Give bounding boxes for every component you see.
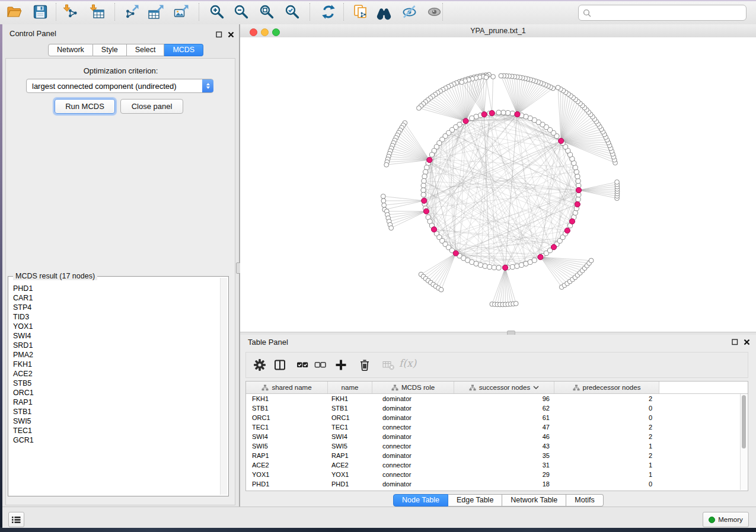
table-row[interactable]: ORC1ORC1dominator610 <box>246 413 748 422</box>
select-all-icon[interactable] <box>296 358 309 371</box>
zoom-fit-icon[interactable] <box>259 4 275 20</box>
mcds-result-item[interactable]: YOX1 <box>9 322 220 331</box>
column-header-shared-name[interactable]: shared name <box>246 382 328 393</box>
refresh-layout-icon[interactable] <box>320 4 337 20</box>
tab-node-table[interactable]: Node Table <box>393 494 448 507</box>
cell-shared_name: ORC1 <box>246 413 328 422</box>
export-image-icon[interactable] <box>173 4 190 20</box>
mcds-result-item[interactable]: SRD1 <box>9 341 220 350</box>
float-panel-icon[interactable] <box>215 31 223 39</box>
task-history-button[interactable] <box>8 512 24 527</box>
add-column-icon[interactable] <box>334 358 347 371</box>
hide-selected-icon[interactable] <box>401 4 418 20</box>
delete-column-icon[interactable] <box>358 358 371 371</box>
function-builder-icon: f(x) <box>399 357 416 369</box>
cell-name: TEC1 <box>328 422 372 432</box>
cell-mcds_role: connector <box>372 470 454 479</box>
import-table-icon[interactable] <box>88 4 105 20</box>
cell-successor_nodes: 96 <box>454 394 554 403</box>
search-input[interactable] <box>591 8 746 18</box>
tab-mcds[interactable]: MCDS <box>164 44 203 56</box>
column-header-predecessor-nodes[interactable]: predecessor nodes <box>554 382 659 393</box>
cell-shared_name: STB1 <box>246 403 328 413</box>
mcds-result-item[interactable]: PMA2 <box>9 350 220 360</box>
mcds-result-item[interactable]: TID3 <box>9 312 220 322</box>
zoom-out-icon[interactable] <box>233 4 250 20</box>
delete-table-icon <box>382 358 395 371</box>
table-scrollbar-thumb[interactable] <box>742 395 746 448</box>
table-row[interactable]: FKH1FKH1dominator962 <box>246 394 748 403</box>
zoom-selected-icon[interactable] <box>284 4 301 20</box>
show-column-icon[interactable] <box>273 358 286 371</box>
import-network-icon[interactable] <box>62 4 78 20</box>
mcds-result-item[interactable]: STB1 <box>9 407 220 416</box>
tab-network[interactable]: Network <box>48 44 93 56</box>
table-row[interactable]: RAP1RAP1dominator352 <box>246 451 748 460</box>
first-neighbors-icon[interactable] <box>376 4 393 20</box>
table-row[interactable]: PHD1PHD1dominator180 <box>246 479 748 489</box>
mcds-result-item[interactable]: CAR1 <box>9 293 220 303</box>
column-header-MCDS-role[interactable]: MCDS role <box>372 382 454 393</box>
float-table-panel-icon[interactable] <box>731 338 739 346</box>
close-panel-icon[interactable] <box>227 31 235 39</box>
mcds-result-item[interactable]: GCR1 <box>9 435 220 445</box>
table-options-icon[interactable] <box>253 358 266 371</box>
network-window-title: YPA_prune.txt_1 <box>240 27 756 35</box>
cell-name: FKH1 <box>328 394 372 403</box>
table-row[interactable]: TEC1TEC1connector472 <box>246 422 748 432</box>
cell-name: SWI4 <box>328 432 372 441</box>
mcds-result-scrollbar[interactable] <box>220 278 227 495</box>
cell-successor_nodes: 62 <box>454 403 554 413</box>
mcds-result-item[interactable]: STB5 <box>9 379 220 388</box>
mcds-result-item[interactable]: PHD1 <box>9 284 220 293</box>
close-table-panel-icon[interactable] <box>743 338 751 346</box>
network-canvas[interactable] <box>240 37 756 332</box>
table-body: FKH1FKH1dominator962STB1STB1dominator620… <box>246 394 748 489</box>
export-table-icon[interactable] <box>148 4 165 20</box>
table-row[interactable]: ACE2ACE2connector311 <box>246 460 748 470</box>
run-mcds-button[interactable]: Run MCDS <box>55 99 115 114</box>
memory-button[interactable]: Memory <box>703 512 749 527</box>
cell-mcds_role: dominator <box>372 413 454 422</box>
cell-mcds_role: dominator <box>372 403 454 413</box>
close-panel-button[interactable]: Close panel <box>120 99 183 114</box>
mcds-result-item[interactable]: ORC1 <box>9 388 220 398</box>
memory-status-icon <box>709 517 715 523</box>
mcds-result-item[interactable]: FKH1 <box>9 360 220 369</box>
attribute-type-icon <box>261 384 269 391</box>
cell-predecessor_nodes: 2 <box>554 451 659 460</box>
cell-mcds_role: dominator <box>372 394 454 403</box>
tab-edge-table[interactable]: Edge Table <box>448 494 502 507</box>
mcds-result-item[interactable]: SWI4 <box>9 331 220 341</box>
cell-predecessor_nodes: 0 <box>554 413 659 422</box>
tab-select[interactable]: Select <box>127 44 165 56</box>
save-session-icon[interactable] <box>32 4 49 20</box>
tab-network-table[interactable]: Network Table <box>502 494 566 507</box>
column-header-name[interactable]: name <box>328 382 372 393</box>
table-row[interactable]: YOX1YOX1connector291 <box>246 470 748 479</box>
table-scrollbar[interactable] <box>740 394 747 490</box>
mcds-result-item[interactable]: RAP1 <box>9 398 220 407</box>
memory-label: Memory <box>718 516 743 523</box>
show-all-icon[interactable] <box>426 4 443 20</box>
column-header-successor-nodes[interactable]: successor nodes <box>454 382 554 393</box>
mcds-result-item[interactable]: STP4 <box>9 303 220 312</box>
open-file-icon[interactable] <box>6 4 23 20</box>
criterion-dropdown[interactable]: largest connected component (undirected) <box>26 79 213 93</box>
table-row[interactable]: SWI4SWI4dominator462 <box>246 432 748 441</box>
mcds-result-item[interactable]: ACE2 <box>9 369 220 379</box>
mcds-result-item[interactable]: SWI5 <box>9 416 220 426</box>
export-network-icon[interactable] <box>123 4 140 20</box>
table-row[interactable]: STB1STB1dominator620 <box>246 403 748 413</box>
deselect-all-icon[interactable] <box>314 358 327 371</box>
criterion-value: largest connected component (undirected) <box>27 82 202 91</box>
new-network-from-selection-icon[interactable] <box>352 4 369 20</box>
table-row[interactable]: SWI5SWI5connector431 <box>246 441 748 451</box>
cell-name: YOX1 <box>328 470 372 479</box>
cell-predecessor_nodes: 1 <box>554 441 659 451</box>
mcds-result-item[interactable]: TEC1 <box>9 426 220 435</box>
search-box[interactable] <box>578 5 747 21</box>
tab-style[interactable]: Style <box>93 44 127 56</box>
zoom-in-icon[interactable] <box>209 4 225 20</box>
tab-motifs[interactable]: Motifs <box>566 494 603 507</box>
